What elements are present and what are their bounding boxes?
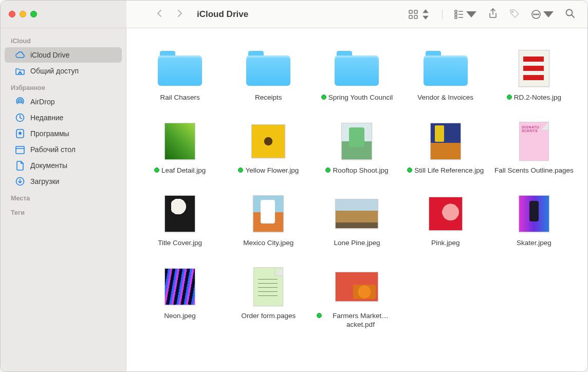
file-label-text: Mexico City.jpeg [243, 238, 293, 248]
file-item[interactable]: Receipts [228, 47, 308, 102]
file-item[interactable]: Neon.jpeg [140, 265, 220, 329]
file-label: Farmers Market…acket.pdf [317, 311, 397, 329]
sidebar-item[interactable]: Загрузки [5, 174, 122, 189]
svg-marker-5 [422, 15, 428, 19]
file-label-text: Neon.jpeg [164, 311, 196, 321]
image-thumbnail [509, 192, 559, 235]
file-label-text: Receipts [255, 93, 282, 102]
sidebar: iCloudiCloud DriveОбщий доступИзбранноеA… [1, 28, 126, 371]
file-item[interactable]: SIGNATU SCENTSFall Scents Outline.pages [494, 120, 574, 175]
file-item[interactable]: Order form.pages [228, 265, 308, 329]
airdrop-icon [15, 97, 25, 107]
window-zoom-button[interactable] [30, 11, 37, 17]
file-label: Yellow Flower.jpg [238, 166, 299, 175]
file-label-text: Yellow Flower.jpg [245, 166, 299, 175]
file-label: Pink.jpeg [431, 238, 460, 248]
tag-dot-green [325, 168, 330, 173]
group-by-button[interactable] [454, 9, 476, 20]
sidebar-item-label: Загрузки [30, 177, 59, 185]
content-area[interactable]: Rail ChasersReceiptsSpring Youth Council… [126, 28, 587, 371]
sidebar-item[interactable]: Программы [5, 126, 122, 141]
svg-point-13 [512, 11, 513, 12]
titlebar: iCloud Drive [1, 1, 587, 28]
file-label-text: Title Cover.jpg [158, 238, 202, 248]
file-label: Neon.jpeg [164, 311, 196, 321]
apps-icon [15, 128, 25, 139]
tags-button[interactable] [509, 8, 520, 21]
image-thumbnail [509, 47, 559, 90]
folder-icon [244, 47, 293, 90]
file-item[interactable]: Still Life Reference.jpg [406, 120, 486, 175]
share-button[interactable] [488, 8, 498, 21]
actions-button[interactable] [531, 9, 554, 20]
tag-dot-green [154, 168, 159, 173]
file-item[interactable]: Rail Chasers [140, 47, 220, 102]
image-thumbnail [155, 120, 205, 163]
svg-point-15 [534, 14, 535, 15]
back-button[interactable] [156, 9, 164, 20]
sidebar-section-title: Теги [1, 204, 126, 218]
file-item[interactable]: Rooftop Shoot.jpg [317, 120, 397, 175]
icon-grid: Rail ChasersReceiptsSpring Youth Council… [140, 47, 574, 329]
file-label: Rooftop Shoot.jpg [325, 166, 388, 175]
sidebar-item-label: Программы [30, 129, 69, 138]
tag-dot-green [238, 168, 243, 173]
file-item[interactable]: Yellow Flower.jpg [228, 120, 308, 175]
file-item[interactable]: Pink.jpeg [406, 192, 486, 248]
file-label-text: Lone Pine.jpeg [334, 238, 380, 248]
file-item[interactable]: Mexico City.jpeg [228, 192, 308, 248]
sidebar-item[interactable]: Документы [5, 158, 122, 173]
sidebar-item-label: Рабочий стол [30, 145, 76, 154]
file-label: Skater.jpeg [517, 238, 552, 248]
toolbar-right [408, 8, 587, 21]
sidebar-item[interactable]: iCloud Drive [5, 47, 122, 63]
sidebar-item-label: Недавние [30, 114, 63, 122]
window-minimize-button[interactable] [20, 11, 26, 17]
file-label-text: Farmers Market…acket.pdf [324, 311, 397, 329]
file-item[interactable]: Leaf Detail.jpg [140, 120, 220, 175]
image-thumbnail [244, 192, 293, 235]
file-item[interactable]: Title Cover.jpg [140, 192, 220, 248]
view-mode-button[interactable] [408, 9, 431, 20]
svg-point-16 [536, 14, 537, 15]
search-button[interactable] [565, 8, 575, 21]
svg-marker-18 [543, 11, 554, 17]
folder-icon [155, 47, 205, 90]
file-item[interactable]: Farmers Market…acket.pdf [317, 265, 397, 329]
window-close-button[interactable] [9, 11, 15, 17]
clock-icon [15, 113, 25, 123]
file-label: Order form.pages [241, 311, 296, 321]
nav-arrows [156, 9, 183, 20]
tag-dot-green [407, 168, 412, 173]
shared-folder-icon [15, 66, 25, 76]
file-item[interactable]: Lone Pine.jpeg [317, 192, 397, 248]
file-item[interactable]: Vendor & Invoices [406, 47, 486, 102]
image-thumbnail [244, 120, 293, 163]
file-label: Fall Scents Outline.pages [494, 166, 574, 175]
sidebar-item[interactable]: Недавние [5, 110, 122, 125]
image-thumbnail [421, 120, 470, 163]
svg-point-19 [566, 9, 573, 15]
forward-button[interactable] [175, 9, 183, 20]
file-item[interactable]: Skater.jpeg [494, 192, 574, 248]
file-label: Rail Chasers [160, 93, 199, 102]
window-title: iCloud Drive [197, 9, 248, 20]
file-label: RD.2-Notes.jpg [507, 93, 561, 102]
file-label: Title Cover.jpg [158, 238, 202, 248]
sidebar-section-title: Избранное [1, 79, 126, 94]
sidebar-item[interactable]: AirDrop [5, 94, 122, 109]
file-label-text: Order form.pages [241, 311, 296, 321]
file-label-text: Rail Chasers [160, 93, 199, 102]
sidebar-section-title: Места [1, 190, 126, 204]
downloads-icon [15, 176, 25, 187]
file-label: Lone Pine.jpeg [334, 238, 380, 248]
sidebar-item[interactable]: Рабочий стол [5, 142, 122, 157]
svg-point-17 [538, 14, 539, 15]
svg-marker-4 [422, 9, 428, 13]
file-label: Vendor & Invoices [417, 93, 473, 102]
sidebar-item-label: iCloud Drive [30, 51, 69, 59]
sidebar-item-label: Общий доступ [30, 67, 79, 75]
file-item[interactable]: Spring Youth Council [317, 47, 397, 102]
file-item[interactable]: RD.2-Notes.jpg [494, 47, 574, 102]
sidebar-item[interactable]: Общий доступ [5, 63, 122, 79]
